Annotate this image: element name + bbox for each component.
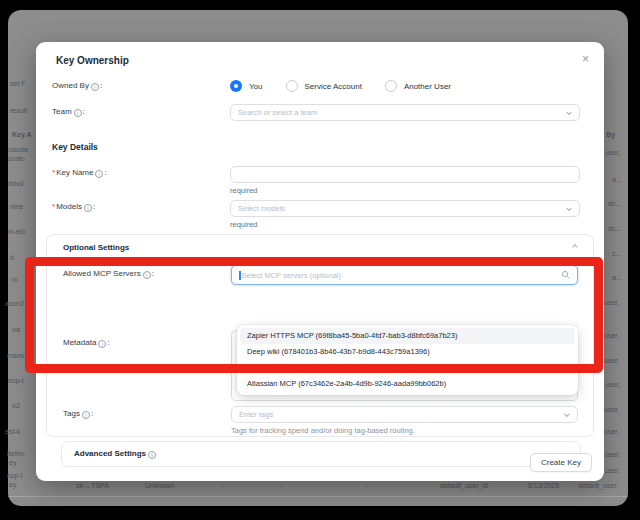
chevron-down-icon [564,411,570,417]
bg-table-cell: 6/13/2025 [528,482,559,489]
info-icon: i [98,340,106,348]
tags-label-text: Tags [63,409,80,418]
mcp-dropdown-option[interactable]: Zapier HTTPS MCP (69f8ba45-5ba0-4fd7-bab… [240,328,575,344]
tags-select[interactable]: Enter tags [231,406,578,423]
optional-settings-header[interactable]: Optional Settings [47,235,593,260]
info-icon: i [148,451,156,459]
key-name-label-text: Key Name [56,168,93,177]
bg-table-cell: default_user, [578,482,618,489]
info-icon: i [82,411,90,419]
key-name-required-note: required [230,186,258,195]
team-select[interactable]: Search or select a team [230,104,580,121]
models-label-text: Models [56,202,82,211]
radio-service-account-label[interactable]: Service Account [305,82,362,91]
bg-table-cell: Unknown [145,482,174,489]
key-details-heading: Key Details [52,142,98,152]
tags-label: Tagsi: [63,409,93,419]
advanced-settings-heading-text: Advanced Settings [74,449,146,458]
close-icon[interactable]: × [582,52,589,66]
mcp-dropdown-option[interactable]: Atlassian MCP (67c3462e-2a4b-4d9b-9246-a… [240,376,575,392]
owned-by-label: Owned Byi: [52,81,102,91]
info-icon: i [143,271,151,279]
search-icon [561,270,571,280]
radio-another-user-label[interactable]: Another User [404,82,451,91]
bg-table-cell: - [222,482,224,489]
advanced-settings-heading: Advanced Settingsi [74,449,157,459]
owned-by-radio-group: You Service Account Another User [230,78,451,94]
required-asterisk: * [52,168,55,177]
mcp-servers-placeholder: Select MCP servers (optional) [242,271,341,280]
info-icon: i [84,204,92,212]
text-caret [239,271,241,280]
team-placeholder: Search or select a team [238,108,317,117]
modal-title: Key Ownership [56,55,129,66]
screenshot-root: set FresultKey Aclaudecode-ddvdnineni-el… [0,0,640,520]
bg-table-cell: - [365,482,367,489]
team-label: Teami: [52,107,85,117]
create-key-modal: Key Ownership × Owned Byi: You Service A… [36,42,604,481]
chevron-down-icon [566,205,572,211]
create-key-button[interactable]: Create Key [530,453,592,472]
models-required-note: required [230,220,258,229]
optional-settings-heading: Optional Settings [63,243,129,252]
tags-placeholder: Enter tags [239,410,273,419]
chevron-up-icon [572,244,578,250]
bg-table-cell: sk-...TSPA [76,482,109,489]
mcp-dropdown-option[interactable]: Deep wiki (678401b3-8b46-43b7-b9d8-443c7… [240,344,575,360]
advanced-settings-panel[interactable]: Advanced Settingsi [61,441,581,467]
models-select[interactable]: Select models [230,200,580,217]
mcp-dropdown-option[interactable]: Databricks MCP (b8431bea-aa9f-412b-b7f5-… [240,360,575,376]
mcp-servers-input[interactable]: Select MCP servers (optional) [231,265,578,285]
models-label: *Modelsi: [52,202,95,212]
radio-you-label[interactable]: You [249,82,263,91]
radio-you[interactable] [230,80,242,92]
models-placeholder: Select models [238,204,285,213]
metadata-label: Metadatai: [63,338,110,348]
key-name-label: *Key Namei: [52,168,107,178]
bg-table-cell: - [280,482,282,489]
owned-by-label-text: Owned By [52,81,89,90]
advanced-settings-header: Advanced Settingsi [62,442,580,466]
tags-help-text: Tags for tracking spend and/or doing tag… [231,426,415,435]
info-icon: i [91,83,99,91]
info-icon: i [95,170,103,178]
team-label-text: Team [52,107,72,116]
chevron-down-icon [566,109,572,115]
bg-row-divider [8,496,628,497]
bg-table-cell: default_user_id [440,482,488,489]
required-asterisk: * [52,202,55,211]
mcp-servers-label-text: Allowed MCP Servers [63,269,141,278]
metadata-label-text: Metadata [63,338,96,347]
mcp-servers-label: Allowed MCP Serversi: [63,269,154,279]
radio-service-account[interactable] [286,80,298,92]
info-icon: i [74,109,82,117]
mcp-servers-dropdown: Zapier HTTPS MCP (69f8ba45-5ba0-4fd7-bab… [237,325,578,395]
optional-settings-panel: Optional Settings Allowed MCP Serversi: … [46,234,594,437]
key-name-input[interactable] [230,166,580,183]
radio-another-user[interactable] [385,80,397,92]
